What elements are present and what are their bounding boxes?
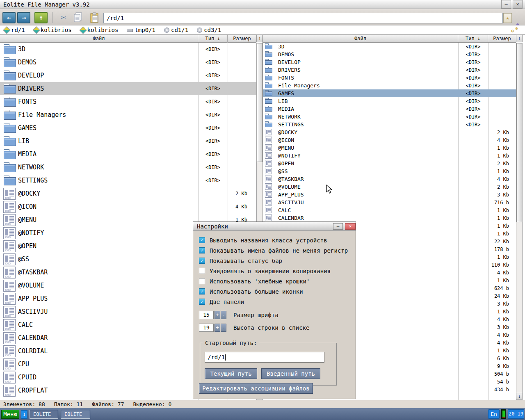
file-row-3D[interactable]: 3D<DIR> xyxy=(263,43,516,50)
column-size[interactable]: Размер xyxy=(228,35,256,43)
column-type-sorted[interactable]: Тип ↓ xyxy=(458,35,488,43)
copy-icon[interactable] xyxy=(73,12,85,23)
drive-tab-tmp0-1[interactable]: tmp0/1 xyxy=(127,27,155,33)
forward-button[interactable]: → xyxy=(17,12,30,23)
file-row-GAMES[interactable]: GAMES<DIR> xyxy=(0,121,256,135)
right-scrollbar-thumb[interactable] xyxy=(516,43,522,222)
file-row-@DOCKY[interactable]: @DOCKY2 Kb xyxy=(0,187,256,200)
close-button[interactable]: ✕ xyxy=(513,0,523,9)
right-scroll-up-button[interactable]: ↑ xyxy=(516,35,523,42)
file-row-LIB[interactable]: LIB<DIR> xyxy=(0,135,256,148)
line-height-plus-button[interactable]: + xyxy=(215,324,220,332)
paste-icon[interactable] xyxy=(89,12,101,23)
current-path-button[interactable]: Текущий путь xyxy=(205,368,257,379)
clock-button[interactable]: 20 19 xyxy=(508,409,524,419)
favorites-star-button[interactable]: ★ xyxy=(503,13,512,23)
column-size[interactable]: Размер xyxy=(488,35,516,43)
file-row-NETWORK[interactable]: NETWORK<DIR> xyxy=(0,161,256,174)
drive-tab-kolibrios[interactable]: kolibrios xyxy=(80,27,119,33)
file-row-SETTINGS[interactable]: SETTINGS<DIR> xyxy=(263,121,516,128)
minimize-button[interactable]: – xyxy=(501,0,511,9)
file-size: 4 Kb xyxy=(488,340,513,346)
checkbox-unchecked[interactable] xyxy=(199,278,205,284)
file-row-CALENDAR[interactable]: CALENDAR1 Kb xyxy=(263,214,516,222)
line-height-minus-button[interactable]: - xyxy=(221,324,226,332)
file-row-@SS[interactable]: @SS1 Kb xyxy=(263,167,516,175)
drive-tab-kolibrios[interactable]: kolibrios xyxy=(34,27,72,33)
file-row-GAMES[interactable]: GAMES<DIR> xyxy=(263,89,516,97)
checkbox-checked[interactable]: ✓ xyxy=(199,247,205,253)
file-row-DEMOS[interactable]: DEMOS<DIR> xyxy=(263,50,516,58)
file-name: @MENU xyxy=(278,145,294,151)
checkbox-checked[interactable]: ✓ xyxy=(199,288,205,294)
checkbox-unchecked[interactable] xyxy=(199,268,205,274)
font-size-value[interactable]: 15 xyxy=(199,311,214,319)
file-row-@ICON[interactable]: @ICON4 Kb xyxy=(0,200,256,213)
file-row-@OPEN[interactable]: @OPEN2 Kb xyxy=(263,160,516,167)
cut-icon[interactable]: ✂ xyxy=(57,12,70,23)
window-switch-button[interactable]: ↕ xyxy=(21,410,27,419)
keyboard-layout-button[interactable]: En xyxy=(488,409,500,419)
file-row-LIB[interactable]: LIB<DIR> xyxy=(263,97,516,105)
back-button[interactable]: ← xyxy=(2,12,16,23)
text-caret xyxy=(225,354,226,361)
file-name: File Managers xyxy=(18,111,66,119)
diamond-drive-icon xyxy=(32,26,40,34)
drive-tab-cd3-1[interactable]: cd3/1 xyxy=(197,27,221,33)
drive-tabs-row: rd/1kolibrioskolibriostmp0/1cd1/1cd3/1 ⚙… xyxy=(0,25,525,35)
checkbox-checked[interactable]: ✓ xyxy=(199,237,205,243)
edit-associations-button[interactable]: Редактировать ассоциации файлов xyxy=(199,383,313,394)
file-row-NETWORK[interactable]: NETWORK<DIR> xyxy=(263,113,516,121)
file-row-MEDIA[interactable]: MEDIA<DIR> xyxy=(263,105,516,113)
column-file[interactable]: Файл xyxy=(0,35,198,43)
menu-button[interactable]: Меню xyxy=(1,410,19,419)
file-row-@ICON[interactable]: @ICON4 Kb xyxy=(263,136,516,144)
file-row-SETTINGS[interactable]: SETTINGS<DIR> xyxy=(0,174,256,187)
folder-icon xyxy=(3,83,16,96)
file-row-File Managers[interactable]: File Managers<DIR> xyxy=(0,108,256,121)
cpu-load-indicator[interactable] xyxy=(501,409,506,419)
file-row-@TASKBAR[interactable]: @TASKBAR4 Kb xyxy=(263,175,516,183)
application-file-icon xyxy=(3,345,16,359)
file-row-FONTS[interactable]: FONTS<DIR> xyxy=(0,95,256,108)
file-row-3D[interactable]: 3D<DIR> xyxy=(0,43,256,56)
dialog-close-button[interactable]: ✕ xyxy=(345,223,356,230)
file-row-DEVELOP[interactable]: DEVELOP<DIR> xyxy=(0,69,256,82)
taskbar-window-button-eolite[interactable]: EOLITE xyxy=(30,410,58,419)
right-scrollbar[interactable] xyxy=(516,43,523,393)
file-row-ASCIIVJU[interactable]: ASCIIVJU716 b xyxy=(263,199,516,206)
line-height-value[interactable]: 19 xyxy=(199,324,214,332)
file-row-DEMOS[interactable]: DEMOS<DIR> xyxy=(0,56,256,69)
file-row-APP_PLUS[interactable]: APP_PLUS3 Kb xyxy=(263,191,516,199)
up-button[interactable]: ↑ xyxy=(34,12,48,23)
file-size: 1 Kb xyxy=(488,348,513,354)
file-row-@MENU[interactable]: @MENU1 Kb xyxy=(263,144,516,152)
font-size-plus-button[interactable]: + xyxy=(215,311,220,319)
file-row-DRIVERS[interactable]: DRIVERS<DIR> xyxy=(0,82,256,95)
checkbox-checked[interactable]: ✓ xyxy=(199,299,205,305)
start-path-input[interactable]: /rd/1 xyxy=(205,352,324,363)
file-row-File Managers[interactable]: File Managers<DIR> xyxy=(263,82,516,89)
file-row-FONTS[interactable]: FONTS<DIR> xyxy=(263,74,516,82)
drive-tab-cd1-1[interactable]: cd1/1 xyxy=(164,27,188,33)
file-row-DRIVERS[interactable]: DRIVERS<DIR> xyxy=(263,66,516,74)
left-scroll-up-button[interactable]: ↑ xyxy=(256,35,263,42)
dialog-minimize-button[interactable]: – xyxy=(333,223,343,230)
file-row-@DOCKY[interactable]: @DOCKY2 Kb xyxy=(263,128,516,136)
font-size-minus-button[interactable]: - xyxy=(221,311,226,319)
right-scroll-down-button[interactable]: ↓ xyxy=(516,393,523,400)
left-scrollbar-thumb[interactable] xyxy=(257,43,262,162)
file-row-MEDIA[interactable]: MEDIA<DIR> xyxy=(0,148,256,161)
address-input[interactable]: /rd/1 xyxy=(103,13,503,23)
file-row-CALC[interactable]: CALC1 Kb xyxy=(263,206,516,214)
taskbar-window-button-eolite[interactable]: EOLITE xyxy=(61,410,90,419)
checkbox-checked[interactable]: ✓ xyxy=(199,258,205,264)
file-row-@NOTIFY[interactable]: @NOTIFY1 Kb xyxy=(263,152,516,160)
file-row-DEVELOP[interactable]: DEVELOP<DIR> xyxy=(263,58,516,66)
file-row-@VOLUME[interactable]: @VOLUME2 Kb xyxy=(263,183,516,191)
column-type-sorted[interactable]: Тип ↓ xyxy=(198,35,228,43)
application-file-icon xyxy=(265,207,272,215)
entered-path-button[interactable]: Введенный путь xyxy=(261,368,320,379)
column-file[interactable]: Файл xyxy=(263,35,458,43)
drive-tab-rd-1[interactable]: rd/1 xyxy=(4,27,25,33)
